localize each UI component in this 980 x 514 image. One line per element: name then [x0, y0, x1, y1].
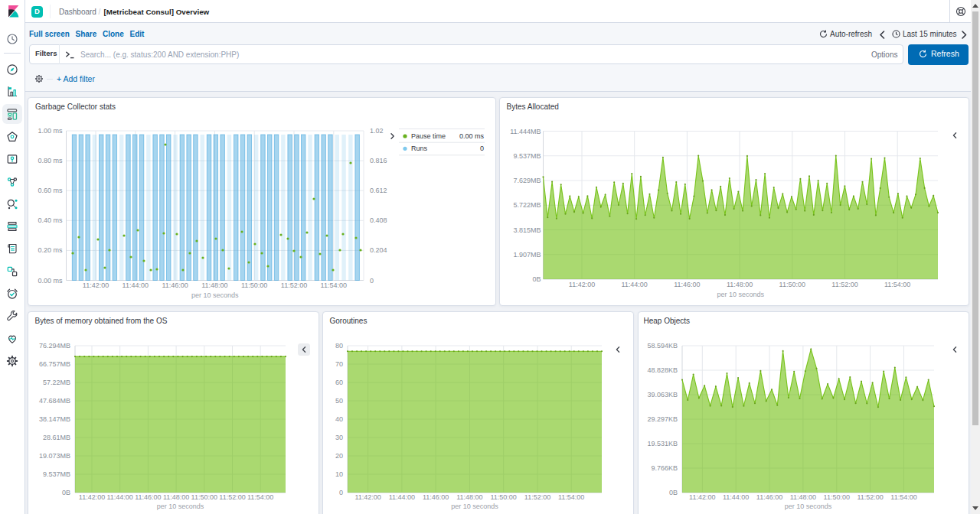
svg-text:58.594KB: 58.594KB: [647, 342, 678, 350]
svg-text:0: 0: [480, 145, 484, 152]
svg-text:57.22MB: 57.22MB: [43, 379, 70, 386]
svg-text:10: 10: [335, 470, 343, 478]
svg-text:11:52:00: 11:52:00: [831, 281, 858, 288]
svg-text:11:48:00: 11:48:00: [163, 493, 189, 501]
svg-text:29.297KB: 29.297KB: [647, 415, 678, 423]
svg-text:11:42:00: 11:42:00: [569, 281, 595, 288]
svg-text:0B: 0B: [669, 489, 678, 496]
svg-text:11:54:00: 11:54:00: [884, 281, 910, 288]
svg-text:per 10 seconds: per 10 seconds: [451, 503, 498, 510]
svg-text:9.766KB: 9.766KB: [651, 464, 678, 472]
svg-text:0: 0: [370, 277, 374, 285]
svg-text:9.537MB: 9.537MB: [43, 470, 70, 478]
svg-text:11:50:00: 11:50:00: [491, 493, 517, 501]
svg-text:per 10 seconds: per 10 seconds: [785, 503, 832, 510]
svg-text:39.063KB: 39.063KB: [647, 391, 678, 399]
svg-text:11:46:00: 11:46:00: [135, 493, 161, 501]
svg-text:3.815MB: 3.815MB: [513, 226, 541, 234]
svg-text:7.629MB: 7.629MB: [513, 177, 541, 184]
svg-text:1.00 ms: 1.00 ms: [38, 127, 63, 135]
svg-text:Heap Objects: Heap Objects: [644, 317, 691, 325]
svg-text:30: 30: [335, 434, 343, 441]
svg-text:47.684MB: 47.684MB: [39, 397, 70, 405]
svg-text:11:42:00: 11:42:00: [79, 493, 105, 501]
svg-text:11:48:00: 11:48:00: [790, 493, 816, 501]
svg-text:0B: 0B: [532, 275, 541, 283]
svg-text:1.02: 1.02: [370, 127, 384, 135]
svg-text:11:42:00: 11:42:00: [83, 281, 109, 289]
svg-text:Goroutines: Goroutines: [330, 317, 368, 325]
svg-text:11:42:00: 11:42:00: [354, 493, 381, 501]
svg-text:19.531KB: 19.531KB: [647, 440, 678, 447]
svg-text:11:46:00: 11:46:00: [423, 493, 449, 501]
svg-text:11:54:00: 11:54:00: [321, 281, 347, 289]
svg-text:11:44:00: 11:44:00: [389, 493, 415, 501]
svg-text:5.722MB: 5.722MB: [513, 201, 541, 209]
svg-text:11:52:00: 11:52:00: [524, 493, 550, 501]
svg-text:11:44:00: 11:44:00: [723, 493, 749, 501]
svg-text:11:44:00: 11:44:00: [122, 281, 149, 289]
svg-text:11:54:00: 11:54:00: [558, 493, 584, 501]
svg-text:20: 20: [335, 452, 343, 460]
svg-text:11:44:00: 11:44:00: [622, 281, 648, 288]
svg-text:76.294MB: 76.294MB: [39, 342, 70, 350]
svg-text:11:50:00: 11:50:00: [779, 281, 805, 288]
svg-text:11:54:00: 11:54:00: [890, 493, 916, 501]
svg-text:11:52:00: 11:52:00: [219, 493, 245, 501]
svg-text:11:54:00: 11:54:00: [247, 493, 273, 501]
svg-text:80: 80: [335, 342, 343, 350]
svg-text:66.757MB: 66.757MB: [39, 360, 70, 368]
svg-text:0.816: 0.816: [370, 157, 387, 164]
svg-text:per 10 seconds: per 10 seconds: [717, 291, 764, 298]
svg-text:0B: 0B: [62, 489, 70, 496]
svg-text:28.61MB: 28.61MB: [43, 434, 70, 441]
svg-text:9.537MB: 9.537MB: [513, 152, 541, 160]
svg-text:19.073MB: 19.073MB: [39, 452, 70, 460]
svg-text:40: 40: [335, 415, 343, 423]
svg-text:11:44:00: 11:44:00: [107, 493, 133, 501]
svg-text:48.828KB: 48.828KB: [647, 366, 678, 374]
svg-text:0.408: 0.408: [370, 216, 387, 224]
svg-text:11:46:00: 11:46:00: [756, 493, 782, 501]
svg-text:Bytes Allocated: Bytes Allocated: [507, 102, 559, 111]
svg-text:1.907MB: 1.907MB: [513, 251, 541, 259]
svg-text:0.80 ms: 0.80 ms: [38, 157, 63, 164]
svg-text:11:42:00: 11:42:00: [689, 493, 715, 501]
svg-text:0.60 ms: 0.60 ms: [38, 187, 63, 194]
svg-text:0: 0: [339, 489, 343, 496]
svg-text:11:48:00: 11:48:00: [201, 281, 227, 289]
svg-text:0.40 ms: 0.40 ms: [38, 216, 63, 224]
svg-text:per 10 seconds: per 10 seconds: [191, 291, 239, 299]
svg-text:11.444MB: 11.444MB: [510, 128, 541, 135]
svg-text:11:52:00: 11:52:00: [281, 281, 307, 289]
svg-text:11:50:00: 11:50:00: [191, 493, 217, 501]
svg-text:0.00 ms: 0.00 ms: [38, 277, 63, 285]
svg-text:0.00 ms: 0.00 ms: [459, 132, 485, 140]
svg-text:11:48:00: 11:48:00: [456, 493, 482, 501]
svg-text:Garbage Collector stats: Garbage Collector stats: [35, 102, 116, 111]
svg-text:Bytes of memory obtained from: Bytes of memory obtained from the OS: [35, 317, 168, 325]
svg-text:11:52:00: 11:52:00: [857, 493, 883, 501]
svg-text:11:46:00: 11:46:00: [674, 281, 700, 288]
svg-text:Runs: Runs: [411, 145, 428, 152]
svg-text:0.612: 0.612: [370, 187, 387, 194]
svg-text:0.204: 0.204: [370, 246, 387, 254]
svg-text:11:50:00: 11:50:00: [241, 281, 267, 289]
svg-text:50: 50: [335, 397, 343, 405]
svg-text:per 10 seconds: per 10 seconds: [157, 503, 204, 510]
svg-text:70: 70: [335, 360, 343, 368]
svg-text:Pause time: Pause time: [411, 132, 446, 140]
svg-text:11:48:00: 11:48:00: [727, 281, 753, 288]
svg-text:11:50:00: 11:50:00: [824, 493, 850, 501]
svg-text:38.147MB: 38.147MB: [39, 415, 70, 423]
svg-text:11:46:00: 11:46:00: [162, 281, 188, 289]
svg-text:60: 60: [335, 379, 343, 386]
svg-text:0.20 ms: 0.20 ms: [38, 246, 63, 254]
